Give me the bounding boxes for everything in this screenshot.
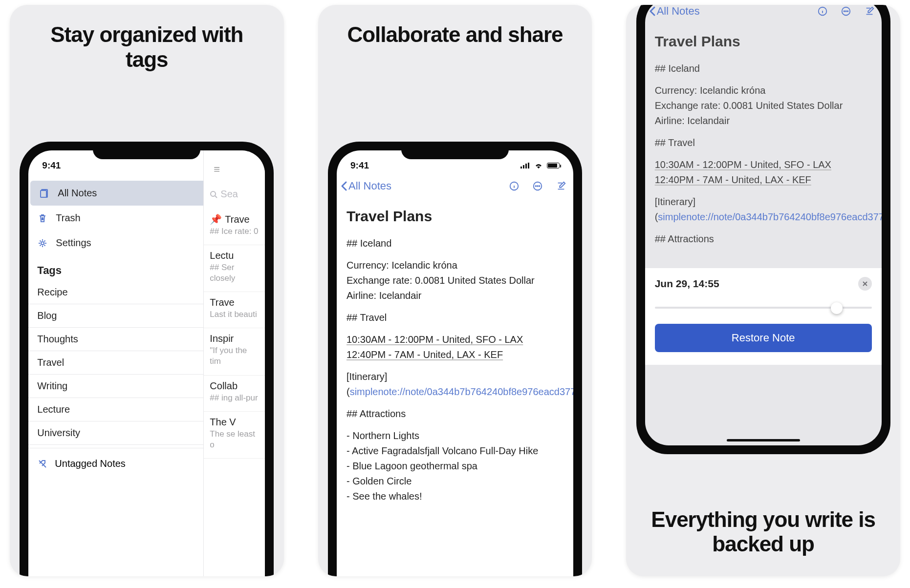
list-item-title: Lectu [210,250,259,261]
note-link[interactable]: simplenote://note/0a344b7b764240bf8e976e… [350,386,573,397]
back-label: All Notes [657,5,700,18]
list-item-title: Trave [225,214,249,225]
slider-thumb[interactable] [831,302,843,314]
headline-tags: Stay organized with tags [10,5,284,86]
history-timestamp: Jun 29, 14:55 [655,278,719,290]
phone-screen: All Notes Travel Plans ## Iceland Curren… [645,5,882,445]
more-icon[interactable] [532,181,543,191]
more-icon[interactable] [841,6,851,17]
note-title: Travel Plans [655,26,872,61]
note-line: Airline: Icelandair [655,113,872,128]
phone-notch [401,142,509,159]
phone-screen: 9:41 All Notes Travel [337,150,573,576]
status-time: 9:41 [42,160,61,171]
note-heading: ## Iceland [347,236,563,251]
info-icon[interactable] [509,181,520,191]
list-item[interactable]: The VThe se least o [204,412,265,459]
note-line: 12:40PM - 7AM - United, LAX - KEF [347,349,503,360]
svg-point-21 [847,11,848,12]
svg-point-19 [844,11,845,12]
sidebar-label-untagged: Untagged Notes [55,458,126,469]
note-heading: ## Iceland [655,61,872,76]
svg-point-6 [41,242,44,245]
trash-icon [37,213,48,224]
list-item-sub: Last it beauti [210,309,259,320]
note-line: Airline: Icelandair [347,288,563,303]
pin-icon: 📌 [210,213,222,225]
search-input[interactable]: Sea [210,189,259,200]
note-history-background: All Notes Travel Plans ## Iceland Curren… [645,5,882,268]
sidebar-label-settings: Settings [56,237,91,249]
list-item-title: The V [210,417,259,428]
history-panel: Jun 29, 14:55 Restore Note [645,268,882,365]
list-item-title: Trave [210,297,259,308]
list-item[interactable]: 📌Trave## Ice rate: 0 [204,209,265,245]
sidebar-label-all-notes: All Notes [58,188,97,199]
close-icon [862,281,868,287]
list-item[interactable]: TraveLast it beauti [204,292,265,328]
note-content: Travel Plans ## Iceland Currency: Icelan… [645,21,882,263]
note-heading: ## Attractions [655,231,872,247]
svg-rect-11 [528,163,529,168]
nav-actions [509,181,566,191]
status-time: 9:41 [350,160,369,171]
svg-rect-9 [523,165,524,168]
hamburger-icon[interactable]: ≡ [214,163,220,176]
list-item-sub: "If you the tim [210,345,259,367]
sidebar-label-trash: Trash [56,212,80,224]
restore-button[interactable]: Restore Note [655,324,872,352]
note-line: Currency: Icelandic króna [655,83,872,98]
compose-icon[interactable] [864,6,875,17]
wifi-icon [533,160,544,171]
search-icon [210,190,217,198]
svg-rect-5 [41,190,46,197]
note-title: Travel Plans [347,201,563,236]
close-button[interactable] [858,277,872,291]
note-line: - Active Fagradalsfjall Volcano Full-Day… [347,443,563,459]
chevron-left-icon [649,6,656,17]
phone-frame: 9:41 All Notes Travel [328,142,582,576]
gear-icon [37,238,48,249]
note-line: 10:30AM - 12:00PM - United, SFO - LAX [655,159,831,170]
note-heading: ## Travel [655,135,872,150]
note-line: Exchange rate: 0.0081 United States Doll… [655,98,872,113]
note-link[interactable]: simplenote://note/0a344b7b764240bf8e976e… [658,211,881,222]
list-item-sub: The se least o [210,429,259,450]
svg-point-16 [539,186,540,187]
back-button[interactable]: All Notes [649,5,700,18]
chevron-left-icon [341,181,347,191]
list-item[interactable]: Inspir"If you the tim [204,328,265,375]
app-screenshot-card-collab: Collaborate and share 9:41 All Notes [318,5,592,576]
back-button[interactable]: All Notes [341,180,391,192]
headline-collab: Collaborate and share [318,5,592,62]
note-line: 10:30AM - 12:00PM - United, SFO - LAX [347,334,523,345]
list-item[interactable]: Lectu## Ser closely [204,245,265,292]
tags-title: Tags [37,264,62,277]
nav-bar: All Notes [337,177,573,195]
note-line: Exchange rate: 0.0081 United States Doll… [347,273,563,288]
list-item-sub: ## ing all-pur [210,393,259,403]
back-label: All Notes [348,180,391,192]
note-line: - Blue Lagoon geothermal spa [347,459,563,474]
svg-point-14 [535,186,536,187]
nav-bar: All Notes [645,5,882,21]
home-indicator [727,439,800,441]
battery-icon [547,163,560,168]
history-slider[interactable] [655,300,872,315]
note-line: - See the whales! [347,489,563,504]
list-item[interactable]: Collab## ing all-pur [204,376,265,412]
note-line: - Northern Lights [347,428,563,443]
note-heading: ## Attractions [347,406,563,421]
untagged-icon [37,459,48,469]
info-icon[interactable] [817,6,828,17]
compose-icon[interactable] [556,181,566,191]
history-header: Jun 29, 14:55 [655,277,872,291]
phone-screen: 9:41 All Notes Trash [28,150,265,576]
status-icons [520,160,560,171]
list-item-sub: ## Ser closely [210,262,259,284]
phone-notch [93,142,200,159]
phone-frame: 9:41 All Notes Trash [20,142,274,576]
svg-point-15 [537,186,538,187]
note-line: 12:40PM - 7AM - United, LAX - KEF [655,174,811,185]
list-item-title: Collab [210,380,259,392]
